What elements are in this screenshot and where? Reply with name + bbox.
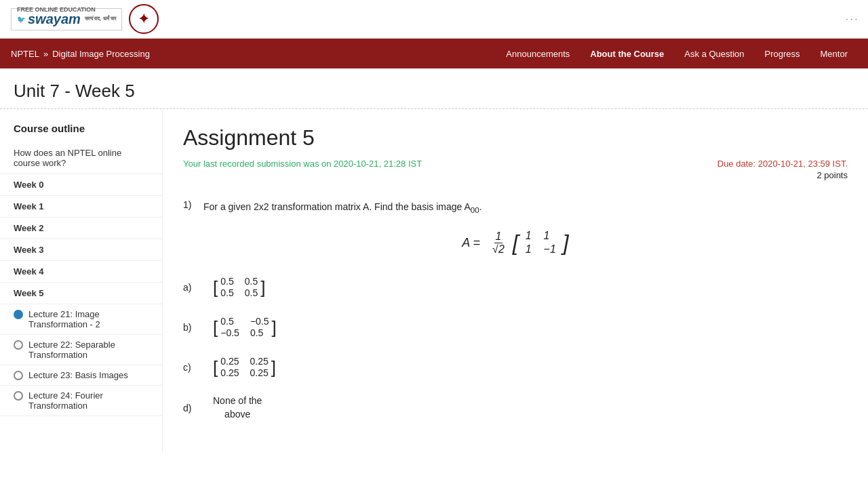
page-title: Unit 7 - Week 5 <box>14 81 854 102</box>
question-text: For a given 2x2 transformation matrix A.… <box>203 199 482 216</box>
nav-mentor[interactable]: Mentor <box>811 39 857 68</box>
opt-a-01: 0.5 <box>245 276 258 287</box>
option-b-label: b) <box>183 322 199 333</box>
opt-c-11: 0.25 <box>250 367 268 378</box>
option-b-matrix: [ 0.5 −0.5 −0.5 0.5 ] <box>213 314 277 340</box>
question-num: 1) <box>183 199 197 210</box>
nav-links: Announcements About the Course Ask a Que… <box>496 39 857 68</box>
nav-progress[interactable]: Progress <box>755 39 810 68</box>
cell-00: 1 <box>526 230 532 242</box>
opt-c-inner: 0.25 0.25 0.25 0.25 <box>218 354 271 380</box>
question-row: 1) For a given 2x2 transformation matrix… <box>183 199 848 216</box>
sidebar-section-week1[interactable]: Week 1 <box>0 196 162 218</box>
matrix-display: A = 1 √2 [ 1 1 1 −1 ] <box>183 227 848 258</box>
option-c-matrix: [ 0.25 0.25 0.25 0.25 ] <box>213 354 276 380</box>
radio-lec22 <box>14 340 23 350</box>
option-b-row: b) [ 0.5 −0.5 −0.5 0.5 ] <box>183 314 848 340</box>
opt-a-lbracket: [ <box>213 279 218 296</box>
swayam-text: swayam <box>28 12 81 27</box>
subscript-00: 00 <box>471 205 479 214</box>
option-d-row: d) None of theabove <box>183 394 848 421</box>
option-d-text: None of theabove <box>213 394 262 421</box>
sidebar-item-lec21[interactable]: Lecture 21: Image Transformation - 2 <box>0 304 162 335</box>
sidebar-item-lec23[interactable]: Lecture 23: Basis Images <box>0 365 162 386</box>
opt-b-01: −0.5 <box>250 316 269 327</box>
opt-b-inner: 0.5 −0.5 −0.5 0.5 <box>218 314 271 340</box>
opt-c-00: 0.25 <box>220 356 239 367</box>
radio-lec21 <box>14 310 23 319</box>
right-bracket: ] <box>563 232 569 253</box>
opt-a-11: 0.5 <box>245 287 258 298</box>
assignment-title: Assignment 5 <box>183 125 848 150</box>
option-a-row: a) [ 0.5 0.5 0.5 0.5 ] <box>183 274 848 300</box>
option-d-label: d) <box>183 403 199 413</box>
sidebar-link-how-nptel[interactable]: How does an NPTEL online course work? <box>0 142 162 174</box>
site-name[interactable]: NPTEL <box>11 49 39 59</box>
opt-b-00: 0.5 <box>220 316 239 327</box>
header-info-row: Your last recorded submission was on 202… <box>183 159 848 191</box>
swayam-tagline: सत्यं वद, धर्मं चर <box>85 16 116 22</box>
opt-a-10: 0.5 <box>220 287 233 298</box>
sidebar-item-lec24[interactable]: Lecture 24: Fourier Transformation <box>0 386 162 416</box>
opt-b-10: −0.5 <box>220 327 239 338</box>
opt-a-rbracket: ] <box>260 279 265 296</box>
option-c-label: c) <box>183 362 199 373</box>
sidebar-section-week4[interactable]: Week 4 <box>0 261 162 283</box>
matrix-frac: 1 √2 <box>491 230 506 256</box>
user-info: · · · <box>846 14 857 24</box>
option-a-matrix: [ 0.5 0.5 0.5 0.5 ] <box>213 274 265 300</box>
sidebar-item-lec22[interactable]: Lecture 22: Separable Transformation <box>0 335 162 365</box>
left-bracket: [ <box>513 232 519 253</box>
opt-b-11: 0.5 <box>250 327 269 338</box>
top-bar: FREE ONLINE EDUCATION 🐦 swayam सत्यं वद,… <box>0 0 868 39</box>
sidebar: Course outline How does an NPTEL online … <box>0 109 163 453</box>
nav-about-course[interactable]: About the Course <box>580 39 673 68</box>
compass-logo: ✦ <box>129 4 159 34</box>
opt-c-10: 0.25 <box>220 367 239 378</box>
logo-area: FREE ONLINE EDUCATION 🐦 swayam सत्यं वद,… <box>11 4 159 34</box>
matrix-inner: 1 1 1 −1 <box>521 227 560 258</box>
nav-ask-question[interactable]: Ask a Question <box>675 39 753 68</box>
cell-11: −1 <box>544 243 556 256</box>
opt-a-00: 0.5 <box>220 276 233 287</box>
opt-b-rbracket: ] <box>272 319 277 336</box>
opt-b-lbracket: [ <box>213 319 218 336</box>
sidebar-section-week5[interactable]: Week 5 <box>0 283 162 304</box>
nav-bar: NPTEL » Digital Image Processing Announc… <box>0 39 868 68</box>
opt-c-rbracket: ] <box>271 359 276 376</box>
page-header: Unit 7 - Week 5 <box>0 68 868 109</box>
matrix-value: 1 √2 [ 1 1 1 −1 ] <box>487 227 569 258</box>
bird-icon: 🐦 <box>17 16 25 23</box>
course-name[interactable]: Digital Image Processing <box>52 49 150 59</box>
cell-10: 1 <box>526 243 532 256</box>
breadcrumb-sep: » <box>43 49 48 59</box>
user-area: · · · <box>846 14 857 24</box>
radio-lec23 <box>14 371 23 380</box>
opt-a-inner: 0.5 0.5 0.5 0.5 <box>218 274 260 300</box>
radio-lec24 <box>14 391 23 401</box>
frac-num: 1 <box>494 230 503 243</box>
option-c-row: c) [ 0.25 0.25 0.25 0.25 ] <box>183 354 848 380</box>
opt-c-01: 0.25 <box>250 356 268 367</box>
matrix-label: A = <box>462 236 480 250</box>
due-date: Due date: 2020-10-21, 23:59 IST. <box>717 159 848 169</box>
cell-01: 1 <box>544 230 556 242</box>
sidebar-title: Course outline <box>0 123 162 142</box>
swayam-logo[interactable]: FREE ONLINE EDUCATION 🐦 swayam सत्यं वद,… <box>11 8 122 30</box>
main-layout: Course outline How does an NPTEL online … <box>0 109 868 453</box>
nav-announcements[interactable]: Announcements <box>496 39 579 68</box>
frac-den: √2 <box>491 243 506 256</box>
sidebar-section-week3[interactable]: Week 3 <box>0 239 162 261</box>
breadcrumb: NPTEL » Digital Image Processing <box>11 49 496 59</box>
option-a-label: a) <box>183 282 199 293</box>
sidebar-section-week0[interactable]: Week 0 <box>0 174 162 196</box>
question-block: 1) For a given 2x2 transformation matrix… <box>183 199 848 422</box>
submission-info: Your last recorded submission was on 202… <box>183 159 422 169</box>
points: 2 points <box>717 170 848 180</box>
opt-c-lbracket: [ <box>213 359 218 376</box>
sidebar-section-week2[interactable]: Week 2 <box>0 218 162 239</box>
content: Assignment 5 Your last recorded submissi… <box>163 109 868 453</box>
